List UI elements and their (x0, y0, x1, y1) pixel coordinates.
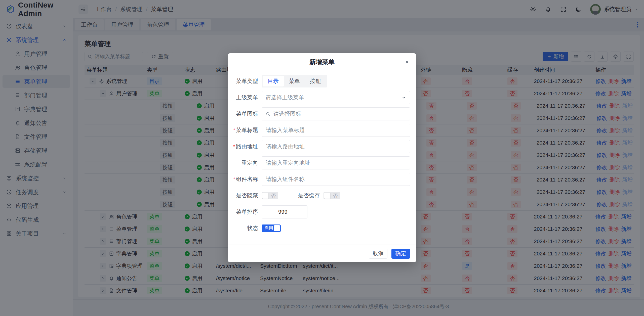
close-icon[interactable] (403, 58, 411, 66)
switch-knob (262, 193, 268, 199)
decrement-button[interactable] (262, 206, 274, 218)
increment-button[interactable] (295, 206, 307, 218)
field-label-required: 组件名称 (232, 175, 258, 183)
field-label: 上级菜单 (232, 94, 258, 101)
menu-type-option-menu[interactable]: 菜单 (284, 76, 305, 86)
field-label-required: 路由地址 (232, 143, 258, 150)
form-row-sort: 菜单排序 999 (232, 204, 410, 220)
field-label: 重定向 (232, 159, 258, 167)
sort-stepper: 999 (262, 205, 307, 218)
menu-icon-field[interactable] (273, 110, 406, 117)
hide-switch[interactable]: 否 (262, 192, 278, 199)
sort-value[interactable]: 999 (274, 206, 295, 218)
switch-value: 否 (271, 193, 276, 199)
switch-knob (274, 225, 280, 231)
menu-type-segmented: 目录 菜单 按钮 (262, 75, 327, 87)
field-label: 状态 (232, 224, 258, 232)
field-label: 菜单图标 (232, 110, 258, 118)
cancel-button[interactable]: 取消 (369, 249, 387, 259)
component-name-field[interactable] (265, 176, 406, 183)
form-row-menu-title: 菜单标题 (232, 122, 410, 138)
switch-value: 启用 (264, 225, 273, 231)
form-row-status: 状态 启用 (232, 220, 410, 236)
modal-form: 菜单类型 目录 菜单 按钮 上级菜单 请选择上级菜单 菜单图标 (228, 71, 416, 236)
form-row-menu-icon: 菜单图标 (232, 106, 410, 122)
cache-switch[interactable]: 否 (324, 192, 340, 199)
redirect-field[interactable] (265, 159, 406, 166)
redirect-input[interactable] (262, 156, 410, 169)
menu-type-option-directory[interactable]: 目录 (263, 76, 284, 86)
select-placeholder: 请选择上级菜单 (265, 94, 304, 101)
modal-footer: 取消 确定 (228, 245, 416, 262)
form-row-redirect: 重定向 (232, 155, 410, 171)
field-label: 是否缓存 (298, 192, 320, 199)
modal-header: 新增菜单 (228, 53, 416, 71)
parent-menu-select[interactable]: 请选择上级菜单 (262, 91, 410, 104)
confirm-button[interactable]: 确定 (391, 249, 410, 259)
form-row-menu-type: 菜单类型 目录 菜单 按钮 (232, 73, 410, 89)
route-path-input[interactable] (262, 140, 410, 153)
add-menu-modal: 新增菜单 菜单类型 目录 菜单 按钮 上级菜单 请选择上级菜单 (228, 53, 416, 262)
route-path-field[interactable] (265, 143, 406, 150)
form-row-parent-menu: 上级菜单 请选择上级菜单 (232, 89, 410, 106)
field-label: 菜单排序 (232, 208, 258, 216)
form-row-switches: 是否隐藏 否 是否缓存 否 (232, 187, 410, 204)
menu-title-field[interactable] (265, 127, 406, 134)
switch-value: 否 (333, 193, 338, 199)
field-label: 是否隐藏 (232, 192, 258, 199)
modal-title: 新增菜单 (309, 58, 335, 66)
search-icon (265, 111, 270, 116)
field-label-required: 菜单标题 (232, 126, 258, 134)
menu-title-input[interactable] (262, 124, 410, 137)
form-row-route-path: 路由地址 (232, 138, 410, 155)
chevron-down-icon (401, 95, 406, 100)
switch-knob (324, 193, 330, 199)
component-name-input[interactable] (262, 173, 410, 186)
menu-icon-picker[interactable] (262, 107, 410, 120)
status-switch[interactable]: 启用 (262, 224, 281, 232)
form-row-component-name: 组件名称 (232, 171, 410, 187)
field-label: 菜单类型 (232, 77, 258, 85)
menu-type-option-button[interactable]: 按钮 (305, 76, 326, 86)
